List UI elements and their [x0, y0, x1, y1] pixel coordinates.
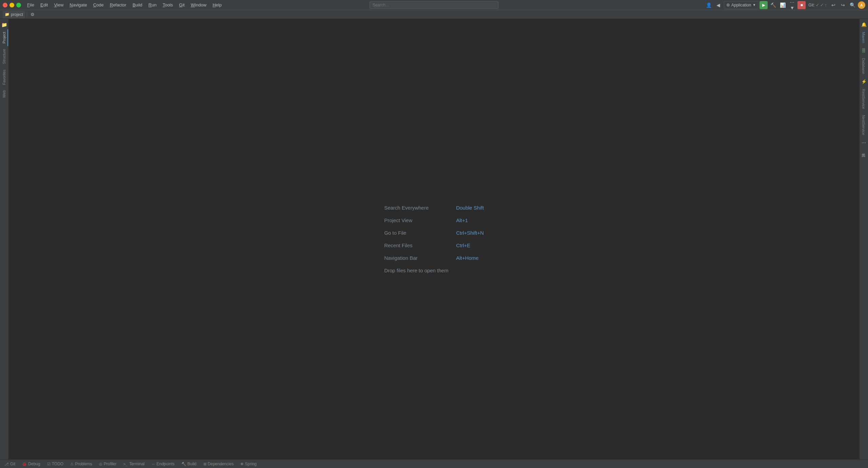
- bottom-tab-terminal[interactable]: >_ Terminal: [120, 460, 148, 468]
- navigation-bar-label: Navigation Bar: [384, 255, 452, 261]
- maximize-button[interactable]: [16, 3, 21, 7]
- right-icon-bottom[interactable]: ⋯: [860, 139, 868, 147]
- git-tab-label: Git: [10, 462, 15, 466]
- menu-file[interactable]: File: [24, 2, 37, 8]
- menu-edit[interactable]: Edit: [38, 2, 51, 8]
- undo-button[interactable]: ↩: [829, 1, 837, 9]
- bottom-tab-dependencies[interactable]: ⊞ Dependencies: [200, 460, 237, 468]
- close-button[interactable]: [3, 3, 7, 7]
- search-everywhere-button[interactable]: 🔍: [848, 1, 856, 9]
- git-checkmark-2: ✓: [820, 3, 824, 7]
- endpoints-tab-label: Endpoints: [156, 462, 174, 466]
- bottom-tab-git[interactable]: ⎇ Git: [1, 460, 18, 468]
- hint-go-to-file: Go to File Ctrl+Shift+N: [384, 230, 484, 236]
- hint-navigation-bar: Navigation Bar Alt+Home: [384, 255, 484, 261]
- back-button[interactable]: ◀: [714, 1, 723, 9]
- hint-project-view: Project View Alt+1: [384, 217, 484, 223]
- hint-drop-files: Drop files here to open them: [384, 268, 484, 273]
- redo-button[interactable]: ↪: [839, 1, 847, 9]
- git-status: Git: ✓ ✓ ↑: [807, 3, 828, 7]
- navigation-bar-shortcut: Alt+Home: [456, 255, 478, 261]
- profiler-tab-label: Profiler: [104, 462, 117, 466]
- menu-run[interactable]: Run: [146, 2, 159, 8]
- right-tab-other[interactable]: 其他: [860, 148, 868, 153]
- git-checkmark-1: ✓: [816, 3, 819, 7]
- problems-tab-label: Problems: [75, 462, 92, 466]
- menu-help[interactable]: Help: [210, 2, 224, 8]
- go-to-file-label: Go to File: [384, 230, 452, 236]
- todo-tab-icon: ☑: [47, 462, 51, 466]
- git-label: Git:: [808, 3, 815, 7]
- build-button[interactable]: 🔨: [769, 1, 777, 9]
- right-icon-notification[interactable]: 🔔: [860, 21, 868, 28]
- hint-recent-files: Recent Files Ctrl+E: [384, 242, 484, 248]
- problems-tab-icon: ⚠: [70, 462, 74, 466]
- debug-tab-label: Debug: [28, 462, 40, 466]
- menu-window[interactable]: Window: [188, 2, 209, 8]
- sidebar-item-web[interactable]: Web: [1, 87, 8, 100]
- build-tab-label: Build: [188, 462, 197, 466]
- debug-tab-icon: 🐞: [22, 462, 27, 466]
- endpoints-tab-icon: ↔: [151, 462, 155, 466]
- dependencies-tab-icon: ⊞: [203, 462, 206, 466]
- search-everywhere-shortcut: Double Shift: [456, 205, 484, 211]
- right-tools: 👤 ◀ ⚙ Application ▼ ▶ 🔨 📊 ⋯▼ ■ Git: ✓ ✓ …: [705, 1, 865, 9]
- bottom-tab-todo[interactable]: ☑ TODO: [44, 460, 66, 468]
- more-run-button[interactable]: ⋯▼: [788, 1, 796, 9]
- recent-files-shortcut: Ctrl+E: [456, 242, 470, 248]
- git-push-icon: ↑: [825, 3, 827, 7]
- bottom-tab-debug[interactable]: 🐞 Debug: [19, 460, 43, 468]
- drop-files-label: Drop files here to open them: [384, 268, 448, 273]
- right-icon-database[interactable]: 🗄: [860, 47, 868, 54]
- menu-refactor[interactable]: Refactor: [107, 2, 129, 8]
- run-button[interactable]: ▶: [760, 1, 768, 9]
- todo-tab-label: TODO: [52, 462, 63, 466]
- profile-button[interactable]: 👤: [705, 1, 713, 9]
- coverage-button[interactable]: 📊: [778, 1, 787, 9]
- run-config-selector[interactable]: ⚙ Application ▼: [724, 1, 758, 9]
- sidebar-item-project[interactable]: Project: [1, 29, 8, 46]
- bottom-tab-problems[interactable]: ⚠ Problems: [67, 460, 95, 468]
- right-tab-restservice[interactable]: RestService: [860, 86, 868, 112]
- git-tab-icon: ⎇: [4, 462, 9, 466]
- run-config-label: Application: [731, 3, 751, 7]
- project-name: project: [11, 12, 23, 17]
- bottom-tab-build[interactable]: 🔨 Build: [178, 460, 200, 468]
- terminal-tab-label: Terminal: [129, 462, 144, 466]
- editor-hints: Search Everywhere Double Shift Project V…: [384, 205, 484, 273]
- right-tab-nestservice[interactable]: NestService: [860, 112, 868, 138]
- project-selector[interactable]: 📁 project: [3, 11, 25, 18]
- menu-git[interactable]: Git: [176, 2, 188, 8]
- sidebar-item-structure[interactable]: Structure: [1, 46, 8, 67]
- sidebar-item-favorites[interactable]: Favorites: [1, 67, 8, 87]
- menu-view[interactable]: View: [51, 2, 66, 8]
- search-everywhere-label: Search Everywhere: [384, 205, 452, 211]
- bottom-tab-profiler[interactable]: ◎ Profiler: [96, 460, 120, 468]
- stop-button[interactable]: ■: [797, 1, 806, 9]
- spring-tab-label: Spring: [245, 462, 257, 466]
- search-bar[interactable]: [370, 1, 498, 9]
- right-tab-database[interactable]: Database: [860, 55, 868, 77]
- menu-code[interactable]: Code: [91, 2, 106, 8]
- bottom-tab-endpoints[interactable]: ↔ Endpoints: [148, 460, 177, 468]
- recent-files-label: Recent Files: [384, 242, 452, 248]
- right-sidebar: 🔔 Maven 🗄 Database ⚡ RestService NestSer…: [859, 19, 868, 459]
- window-controls: [3, 3, 21, 7]
- menu-navigate[interactable]: Navigate: [67, 2, 90, 8]
- menu-bar: File Edit View Navigate Code Refactor Bu…: [24, 2, 705, 8]
- main-layout: 📁 Project Structure Favorites Web Search…: [0, 19, 868, 459]
- minimize-button[interactable]: [9, 3, 14, 7]
- menu-build[interactable]: Build: [130, 2, 145, 8]
- menu-tools[interactable]: Tools: [160, 2, 176, 8]
- toolbar-separator-1: [27, 12, 27, 18]
- project-view-label: Project View: [384, 217, 452, 223]
- hint-search-everywhere: Search Everywhere Double Shift: [384, 205, 484, 211]
- sidebar-icon-top[interactable]: 📁: [1, 21, 8, 28]
- right-tab-maven[interactable]: Maven: [860, 29, 868, 46]
- user-avatar[interactable]: A: [858, 1, 865, 9]
- right-icon-rest[interactable]: ⚡: [860, 78, 868, 85]
- bottom-tab-spring[interactable]: ❋ Spring: [237, 460, 260, 468]
- toolbar: 📁 project ⚙: [0, 10, 868, 19]
- toolbar-settings[interactable]: ⚙: [29, 11, 36, 18]
- profiler-tab-icon: ◎: [99, 462, 102, 466]
